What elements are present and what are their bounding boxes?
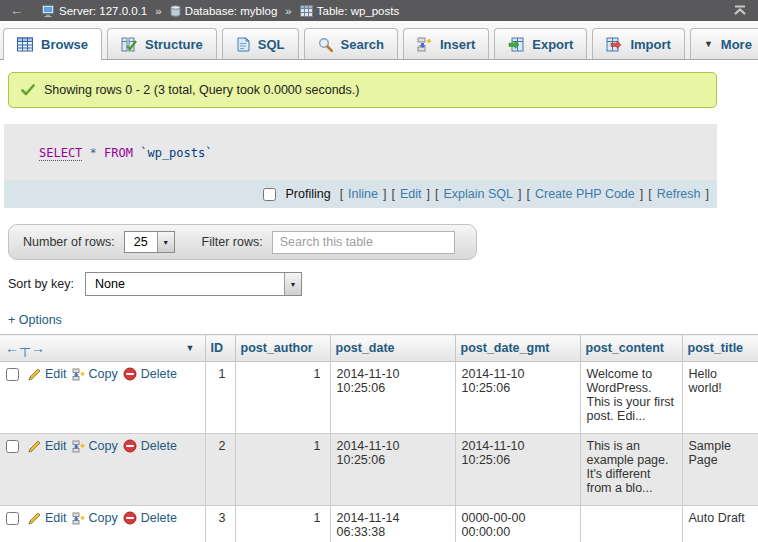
bracket: ]: [383, 187, 386, 201]
row-copy-link[interactable]: Copy: [72, 439, 118, 453]
filter-rows-label: Filter rows:: [202, 235, 263, 249]
row-edit-link[interactable]: Edit: [28, 439, 67, 453]
row-edit-link[interactable]: Edit: [28, 511, 67, 525]
row-delete-link[interactable]: Delete: [123, 511, 177, 525]
tab-export-label: Export: [532, 37, 573, 52]
cell-post-date: 2014-11-10 10:25:06: [330, 362, 455, 434]
inline-link[interactable]: Inline: [348, 187, 378, 201]
tab-sql-label: SQL: [258, 37, 285, 52]
tab-insert[interactable]: Insert: [403, 28, 489, 59]
table-icon: [300, 5, 313, 17]
bracket: [: [648, 187, 651, 201]
bracket: ]: [518, 187, 521, 201]
pencil-icon: [28, 512, 41, 525]
cell-post-title: Hello world!: [682, 362, 758, 434]
column-actions-header[interactable]: ←┬→ ▼: [0, 335, 205, 362]
sql-star: *: [90, 146, 97, 160]
cell-post-content: This is an example page. It's different …: [580, 434, 682, 506]
sort-by-key-select[interactable]: None ▼: [85, 272, 302, 296]
sort-bar: Sort by key: None ▼: [8, 272, 758, 296]
tab-more[interactable]: ▼ More: [690, 28, 758, 59]
row-copy-link[interactable]: Copy: [72, 367, 118, 381]
tab-browse-label: Browse: [41, 37, 88, 52]
actions-dropdown-icon[interactable]: ▼: [186, 343, 195, 353]
tab-sql[interactable]: SQL: [222, 28, 299, 59]
success-message: Showing rows 0 - 2 (3 total, Query took …: [8, 72, 717, 108]
copy-icon: [72, 440, 85, 453]
column-header-post-content[interactable]: post_content: [580, 335, 682, 362]
breadcrumb-server[interactable]: Server: 127.0.0.1: [42, 5, 147, 17]
pencil-icon: [28, 440, 41, 453]
cell-post-date-gmt: 2014-11-10 10:25:06: [455, 362, 580, 434]
filter-rows-input[interactable]: [272, 231, 455, 254]
success-check-icon: [21, 84, 35, 96]
tab-search-label: Search: [341, 37, 384, 52]
explain-sql-link[interactable]: Explain SQL: [443, 187, 512, 201]
cell-post-author: 1: [235, 434, 330, 506]
column-header-id[interactable]: ID: [205, 335, 235, 362]
tab-search[interactable]: Search: [304, 28, 398, 59]
number-of-rows-select[interactable]: 25 ▼: [124, 231, 175, 253]
tab-structure[interactable]: Structure: [107, 28, 217, 59]
cell-post-author: 1: [235, 506, 330, 542]
breadcrumb-bar: ← Server: 127.0.0.1 » Database: myblog »…: [0, 0, 758, 21]
tab-structure-label: Structure: [145, 37, 203, 52]
tab-more-label: More: [721, 37, 752, 52]
delete-icon: [123, 367, 137, 381]
delete-icon: [123, 439, 137, 453]
row-select-checkbox[interactable]: [6, 440, 19, 453]
table-row: Edit Copy Delete 3 1 2014-11-14 06:33:38…: [0, 506, 758, 542]
query-toolbar: Profiling [ Inline ] [ Edit ] [ Explain …: [4, 180, 717, 208]
row-select-checkbox[interactable]: [6, 368, 19, 381]
import-icon: [606, 37, 622, 52]
sql-keyword-select[interactable]: SELECT: [39, 146, 82, 161]
row-edit-link[interactable]: Edit: [28, 367, 67, 381]
tab-import[interactable]: Import: [592, 28, 684, 59]
breadcrumb-database[interactable]: Database: myblog: [170, 5, 278, 17]
copy-icon: [72, 512, 85, 525]
number-of-rows-label: Number of rows:: [23, 235, 115, 249]
column-header-post-date[interactable]: post_date: [330, 335, 455, 362]
rows-filter-bar: Number of rows: 25 ▼ Filter rows:: [8, 224, 477, 260]
column-header-post-author[interactable]: post_author: [235, 335, 330, 362]
create-php-code-link[interactable]: Create PHP Code: [535, 187, 635, 201]
breadcrumb-server-label: Server: 127.0.0.1: [59, 5, 147, 17]
select-arrow-icon: ▼: [284, 273, 301, 295]
breadcrumb-separator: »: [155, 5, 161, 17]
tab-browse[interactable]: Browse: [3, 28, 102, 60]
profiling-checkbox[interactable]: [263, 188, 276, 201]
column-header-post-title[interactable]: post_title: [682, 335, 758, 362]
bracket: [: [391, 187, 394, 201]
bracket: ]: [640, 187, 643, 201]
breadcrumb-table[interactable]: Table: wp_posts: [300, 5, 399, 17]
cell-post-title: Auto Draft: [682, 506, 758, 542]
delete-icon: [123, 511, 137, 525]
row-delete-link[interactable]: Delete: [123, 367, 177, 381]
insert-icon: [417, 37, 432, 52]
structure-icon: [121, 37, 137, 52]
options-toggle-link[interactable]: + Options: [8, 313, 62, 327]
cell-post-title: Sample Page: [682, 434, 758, 506]
tab-import-label: Import: [630, 37, 670, 52]
edit-query-link[interactable]: Edit: [400, 187, 422, 201]
back-arrow-icon[interactable]: ←: [10, 3, 23, 18]
table-row: Edit Copy Delete 2 1 2014-11-10 10:25:06…: [0, 434, 758, 506]
sort-by-key-label: Sort by key:: [8, 277, 74, 291]
row-copy-link[interactable]: Copy: [72, 511, 118, 525]
sort-by-key-value: None: [86, 277, 134, 291]
success-message-text: Showing rows 0 - 2 (3 total, Query took …: [44, 83, 359, 97]
cell-post-date-gmt: 0000-00-00 00:00:00: [455, 506, 580, 542]
browse-icon: [17, 37, 33, 52]
sql-icon: [236, 37, 250, 52]
bracket: ]: [706, 187, 709, 201]
table-row: Edit Copy Delete 1 1 2014-11-10 10:25:06…: [0, 362, 758, 434]
collapse-top-icon[interactable]: [732, 5, 748, 16]
row-delete-link[interactable]: Delete: [123, 439, 177, 453]
column-header-post-date-gmt[interactable]: post_date_gmt: [455, 335, 580, 362]
export-icon: [508, 37, 524, 52]
tab-export[interactable]: Export: [494, 28, 587, 59]
refresh-link[interactable]: Refresh: [657, 187, 701, 201]
table-header-row: ←┬→ ▼ ID post_author post_date post_date…: [0, 335, 758, 362]
bracket: [: [526, 187, 529, 201]
row-select-checkbox[interactable]: [6, 512, 19, 525]
